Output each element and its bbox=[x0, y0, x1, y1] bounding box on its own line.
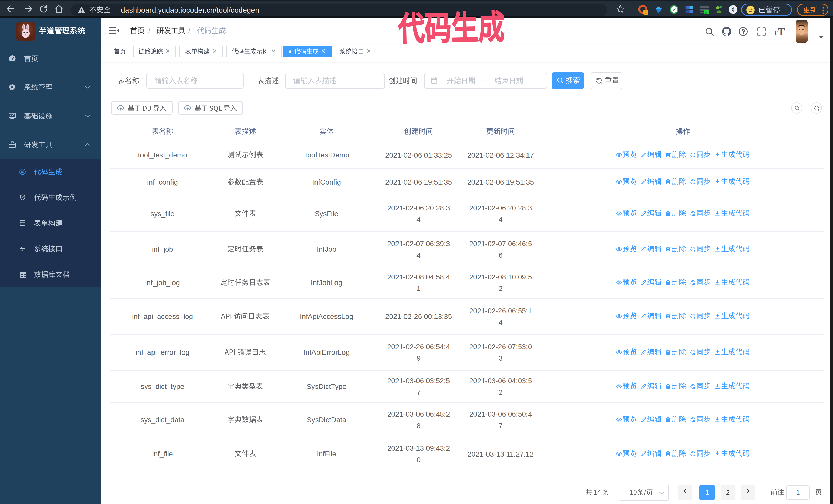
svg-text:1: 1 bbox=[645, 10, 647, 15]
svg-text:on: on bbox=[705, 11, 709, 14]
